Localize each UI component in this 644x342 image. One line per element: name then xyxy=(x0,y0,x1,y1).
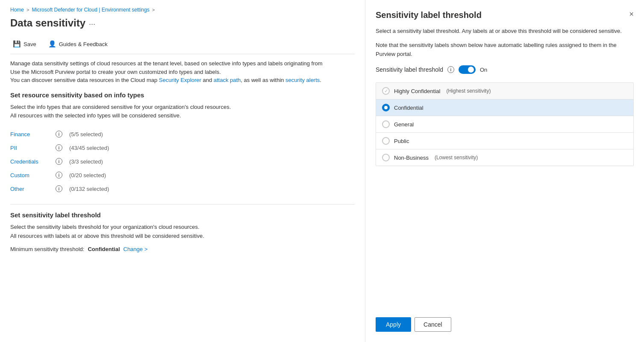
threshold-label: Minimum sensitivity threshold: xyxy=(10,246,84,252)
sensitivity-toggle[interactable] xyxy=(459,65,476,74)
non-business-radio xyxy=(382,154,390,161)
panel-footer: Apply Cancel xyxy=(376,309,634,332)
info-type-row-finance: Finance i (5/5 selected) xyxy=(10,127,355,141)
credentials-count: (3/3 selected) xyxy=(69,158,103,165)
info-types-table: Finance i (5/5 selected) PII i (43/45 se… xyxy=(10,127,355,196)
breadcrumb-chevron-1: > xyxy=(26,7,29,12)
breadcrumb: Home > Microsoft Defender for Cloud | En… xyxy=(10,7,355,13)
guides-icon: 👤 xyxy=(48,40,56,48)
custom-link[interactable]: Custom xyxy=(10,172,49,178)
toggle-row: Sensitivity label threshold i On xyxy=(376,65,634,74)
breadcrumb-defender[interactable]: Microsoft Defender for Cloud | Environme… xyxy=(32,7,149,13)
general-label: General xyxy=(394,121,414,128)
left-panel: Home > Microsoft Defender for Cloud | En… xyxy=(0,0,365,342)
save-icon: 💾 xyxy=(13,40,21,48)
guides-feedback-button[interactable]: 👤 Guides & Feedback xyxy=(46,38,110,50)
threshold-row: Minimum sensitivity threshold: Confident… xyxy=(10,246,355,252)
panel-close-button[interactable]: × xyxy=(629,10,634,18)
breadcrumb-home[interactable]: Home xyxy=(10,7,24,13)
info-types-section: Set resource sensitivity based on info t… xyxy=(10,91,355,196)
attack-path-link[interactable]: attack path xyxy=(214,77,241,83)
custom-count: (0/20 selected) xyxy=(69,172,106,178)
cancel-button[interactable]: Cancel xyxy=(415,317,451,332)
finance-link[interactable]: Finance xyxy=(10,131,49,137)
toggle-info-icon[interactable]: i xyxy=(447,66,454,73)
label-item-non-business[interactable]: Non-Business (Lowest sensitivity) xyxy=(376,149,633,166)
apply-button[interactable]: Apply xyxy=(376,317,411,332)
threshold-change-link[interactable]: Change > xyxy=(124,246,148,252)
save-label: Save xyxy=(24,41,36,47)
highly-confidential-radio xyxy=(382,87,390,95)
credentials-link[interactable]: Credentials xyxy=(10,158,49,165)
label-threshold-section: Set sensitivity label threshold Select t… xyxy=(10,211,355,252)
label-item-general[interactable]: General xyxy=(376,116,633,133)
info-type-row-custom: Custom i (0/20 selected) xyxy=(10,168,355,182)
page-description: Manage data sensitivity settings of clou… xyxy=(10,59,355,85)
public-label: Public xyxy=(394,138,409,144)
label-item-confidential[interactable]: Confidential xyxy=(376,99,633,116)
label-item-public[interactable]: Public xyxy=(376,133,633,149)
highly-confidential-sub: (Highest sensitivity) xyxy=(446,88,491,94)
finance-count: (5/5 selected) xyxy=(69,131,103,137)
info-type-row-credentials: Credentials i (3/3 selected) xyxy=(10,155,355,168)
section-divider xyxy=(10,204,355,205)
non-business-sub: (Lowest sensitivity) xyxy=(435,155,478,161)
pii-link[interactable]: PII xyxy=(10,145,49,151)
panel-title-row: Sensitivity label threshold × xyxy=(376,10,634,20)
credentials-info-icon[interactable]: i xyxy=(56,158,62,165)
page-title: Data sensitivity xyxy=(10,17,85,29)
info-types-desc: Select the info types that are considere… xyxy=(10,103,355,121)
toggle-label-text: Sensitivity label threshold xyxy=(376,66,443,73)
info-types-section-title: Set resource sensitivity based on info t… xyxy=(10,91,355,99)
info-type-row-other: Other i (0/132 selected) xyxy=(10,182,355,196)
finance-info-icon[interactable]: i xyxy=(56,131,62,137)
other-count: (0/132 selected) xyxy=(69,186,109,192)
custom-info-icon[interactable]: i xyxy=(56,172,62,178)
panel-title-text: Sensitivity label threshold xyxy=(376,10,482,20)
confidential-label: Confidential xyxy=(394,105,423,111)
general-radio xyxy=(382,120,390,128)
guides-label: Guides & Feedback xyxy=(59,41,108,47)
label-section-desc: Select the sensitivity labels threshold … xyxy=(10,223,355,241)
pii-info-icon[interactable]: i xyxy=(56,144,62,151)
other-link[interactable]: Other xyxy=(10,186,49,192)
sensitivity-label-list: Highly Confidential (Highest sensitivity… xyxy=(376,82,634,166)
breadcrumb-chevron-2: > xyxy=(152,7,155,12)
security-alerts-link[interactable]: security alerts xyxy=(285,77,320,83)
toolbar: 💾 Save 👤 Guides & Feedback xyxy=(10,34,355,54)
toggle-state-label: On xyxy=(480,67,487,73)
public-radio xyxy=(382,137,390,145)
more-options-button[interactable]: ··· xyxy=(89,20,95,29)
panel-note: Note that the sensitivity labels shown b… xyxy=(376,41,634,59)
pii-count: (43/45 selected) xyxy=(69,145,109,151)
info-type-row-pii: PII i (43/45 selected) xyxy=(10,141,355,155)
label-section-title: Set sensitivity label threshold xyxy=(10,211,355,219)
highly-confidential-label: Highly Confidential xyxy=(394,88,440,94)
save-button[interactable]: 💾 Save xyxy=(10,38,39,50)
confidential-radio xyxy=(382,104,390,111)
security-explorer-link[interactable]: Security Explorer xyxy=(159,77,201,83)
threshold-value: Confidential xyxy=(88,246,120,252)
panel-description: Select a sensitivity label threshold. An… xyxy=(376,27,634,36)
other-info-icon[interactable]: i xyxy=(56,185,62,192)
non-business-label: Non-Business xyxy=(394,155,429,161)
right-panel: Sensitivity label threshold × Select a s… xyxy=(365,0,644,342)
label-item-highly-confidential[interactable]: Highly Confidential (Highest sensitivity… xyxy=(376,83,633,99)
